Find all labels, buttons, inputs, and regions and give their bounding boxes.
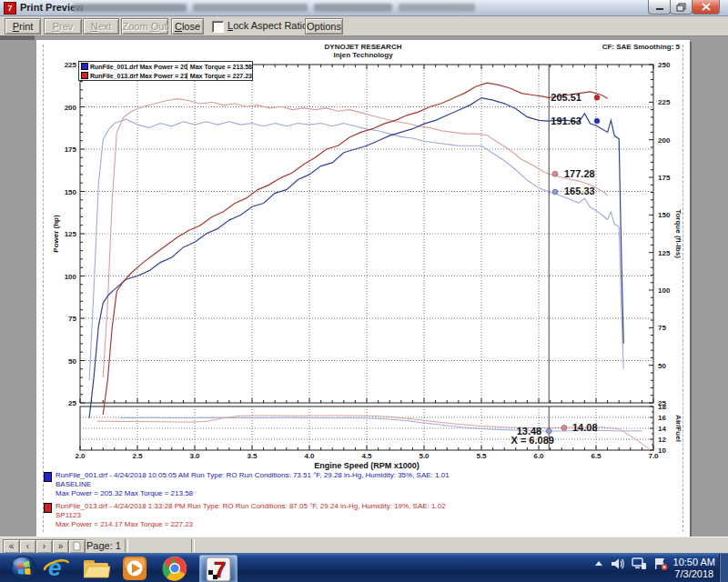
restore-button[interactable] <box>670 0 693 15</box>
svg-text:3.5: 3.5 <box>247 452 258 460</box>
page-edge-shadow <box>0 35 35 40</box>
show-desktop-button[interactable] <box>719 554 728 582</box>
redacted-filename <box>73 4 187 12</box>
clock-date: 7/3/2018 <box>673 568 715 580</box>
last-page-button[interactable]: » <box>52 539 69 554</box>
system-tray <box>593 557 668 570</box>
redacted-filename <box>399 4 475 12</box>
print-button[interactable]: Print <box>5 18 41 35</box>
svg-text:175: 175 <box>65 146 77 154</box>
run-name: BASELINE <box>56 480 681 489</box>
svg-text:3.0: 3.0 <box>189 452 200 460</box>
action-center-flag-icon[interactable] <box>653 557 668 570</box>
legend-run-torque: Max Torque = 227.23 <box>187 73 252 79</box>
legend-run-power: RunFile_013.drf Max Power = 214.17 <box>90 73 187 79</box>
status-bar: « ‹ › » Page: 1 <box>0 537 728 554</box>
svg-text:10: 10 <box>658 447 666 455</box>
taskbar-chrome[interactable] <box>160 556 189 581</box>
svg-text:200: 200 <box>658 136 671 145</box>
title-bar: 7 Print Preview <box>0 0 728 16</box>
redacted-filename <box>314 4 392 12</box>
svg-text:14: 14 <box>658 425 666 433</box>
lock-aspect-ratio-checkbox[interactable] <box>212 21 224 33</box>
legend-row: RunFile_013.drf Max Power = 214.17 Max T… <box>79 71 252 80</box>
series-torque_013 <box>103 99 607 377</box>
svg-text:150: 150 <box>658 211 671 219</box>
cursor-dot-af_001 <box>546 428 551 434</box>
taskbar-winpep-active[interactable]: 7 <box>199 555 238 582</box>
clock-time: 10:50 AM <box>673 557 715 568</box>
cursor-value-af_013: 14.08 <box>572 422 598 433</box>
series-power_013 <box>103 83 607 415</box>
svg-text:Air/Fuel: Air/Fuel <box>674 415 682 442</box>
taskbar-explorer[interactable] <box>81 556 110 581</box>
prev-page-button[interactable]: ‹ <box>19 539 36 554</box>
series-torque_001 <box>89 119 623 380</box>
svg-text:25: 25 <box>68 399 76 407</box>
media-player-icon <box>121 555 148 582</box>
svg-text:250: 250 <box>658 61 671 69</box>
svg-text:Engine Speed (RPM x1000): Engine Speed (RPM x1000) <box>314 461 420 470</box>
start-button[interactable] <box>9 556 38 581</box>
svg-text:225: 225 <box>65 61 77 69</box>
svg-text:75: 75 <box>68 315 76 323</box>
legend-run-power: RunFile_001.drf Max Power = 205.32 <box>90 64 187 70</box>
svg-text:6.0: 6.0 <box>533 452 544 460</box>
taskbar-clock[interactable]: 10:50 AM 7/3/2018 <box>673 557 715 580</box>
lock-aspect-ratio-label: Lock Aspect Ratio <box>228 20 308 31</box>
chrome-icon <box>161 555 188 582</box>
svg-text:7: 7 <box>214 557 226 582</box>
chart-cursor: 205.51191.63177.28165.3313.4814.08X = 6.… <box>511 65 600 450</box>
cursor-dot-af_013 <box>561 426 567 431</box>
cursor-value-power_001: 191.63 <box>551 115 581 126</box>
next-page-button[interactable]: › <box>35 539 53 554</box>
cursor-dot-power_013 <box>594 95 600 100</box>
taskbar-media-app[interactable] <box>120 556 149 581</box>
network-icon[interactable] <box>632 557 647 570</box>
svg-text:125: 125 <box>65 230 77 238</box>
next-button: Next <box>83 18 119 35</box>
legend-swatch-red <box>81 72 88 79</box>
internet-explorer-icon: e <box>43 555 70 582</box>
page-number-label: Page: 1 <box>86 540 121 551</box>
screen: { "window": { "title": "Print Preview" }… <box>0 0 728 582</box>
cursor-dot-torque_001 <box>552 189 558 195</box>
volume-icon[interactable] <box>611 557 625 570</box>
svg-text:50: 50 <box>68 357 76 366</box>
dyno-chart: 205.51191.63177.28165.3313.4814.08X = 6.… <box>36 40 690 540</box>
close-icon <box>702 3 711 11</box>
cursor-value-torque_013: 177.28 <box>564 168 595 179</box>
cursor-value-power_013: 205.51 <box>551 92 581 103</box>
series-power_001 <box>89 98 623 418</box>
statusbar-separator <box>191 539 195 552</box>
page-setup-button[interactable] <box>68 539 86 554</box>
options-button[interactable]: Options <box>305 18 343 35</box>
legend-run-torque: Max Torque = 213.58 <box>187 64 252 70</box>
svg-text:100: 100 <box>658 286 671 295</box>
winpep7-icon: 7 <box>206 557 231 582</box>
svg-text:4.5: 4.5 <box>361 452 372 460</box>
cursor-dot-power_001 <box>594 118 600 124</box>
svg-text:12: 12 <box>658 436 666 444</box>
svg-text:18: 18 <box>658 403 666 411</box>
chart-legend: RunFile_001.drf Max Power = 205.32 Max T… <box>78 61 253 81</box>
svg-text:5.5: 5.5 <box>476 452 487 460</box>
svg-text:16: 16 <box>658 414 666 422</box>
tray-expand-icon[interactable] <box>593 558 604 569</box>
minimize-icon <box>655 3 664 11</box>
close-window-button[interactable] <box>692 0 720 15</box>
cursor-x-label: X = 6.089 <box>511 435 554 446</box>
taskbar-ie[interactable]: e <box>42 556 71 581</box>
first-page-button[interactable]: « <box>3 539 20 554</box>
chart-series <box>89 83 650 449</box>
close-preview-button[interactable]: Close <box>171 18 204 35</box>
run-swatch-red <box>44 503 52 513</box>
svg-text:50: 50 <box>658 362 666 370</box>
svg-text:175: 175 <box>658 174 671 182</box>
taskbar: e 7 <box>0 553 728 582</box>
run-info-baseline: RunFile_001.drf - 4/24/2018 10:05:05 AM … <box>44 471 681 498</box>
windows-start-icon <box>10 555 37 582</box>
minimize-button[interactable] <box>648 0 671 15</box>
folder-icon <box>81 556 110 581</box>
print-preview-page: DYNOJET RESEARCH Injen Technology CF: SA… <box>36 40 690 537</box>
